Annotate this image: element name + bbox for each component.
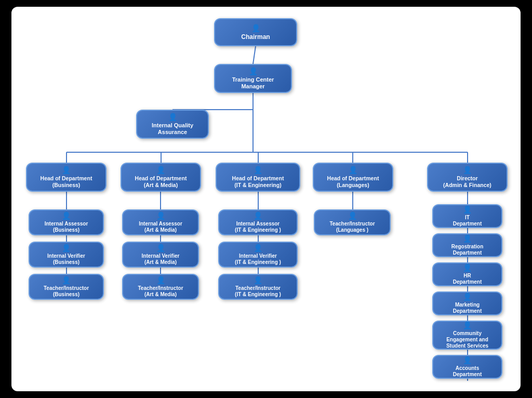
node-hod-it[interactable]: 👤 Head of Department(IT & Engineering)	[216, 163, 300, 192]
ia-it-icon: 👤	[254, 211, 262, 220]
node-it-dept[interactable]: 👤 ITDepartment	[432, 204, 502, 228]
ti-art-label: Teacher/Instructor(Art & Media)	[138, 285, 183, 298]
node-ia-bus[interactable]: 👤 Internal Assessor(Business)	[29, 209, 104, 235]
it-dept-icon: 👤	[463, 205, 472, 214]
node-iv-bus[interactable]: 👤 Internal Verifier(Business)	[29, 242, 104, 268]
hod-it-label: Head of Department(IT & Engineering)	[232, 175, 284, 188]
node-ti-bus[interactable]: 👤 Teacher/Instructor(Business)	[29, 274, 104, 300]
chairman-icon: 👤	[251, 24, 260, 32]
node-iv-art[interactable]: 👤 Internal Verifier(Art & Media)	[122, 242, 199, 268]
mkt-dept-icon: 👤	[463, 293, 472, 301]
iv-it-label: Internal Verifier(IT & Engineering )	[235, 253, 281, 266]
iv-it-icon: 👤	[254, 244, 262, 252]
comm-dept-label: CommunityEngagement andStudent Services	[446, 330, 488, 349]
node-reg-dept[interactable]: 👤 RegostrationDepartment	[432, 233, 502, 257]
node-comm-dept[interactable]: 👤 CommunityEngagement andStudent Service…	[432, 321, 502, 350]
hod-it-icon: 👤	[254, 166, 262, 174]
node-ia-it[interactable]: 👤 Internal Assessor(IT & Engineering )	[218, 209, 298, 235]
node-iqa[interactable]: 👤 Internal QualityAssurance	[136, 110, 209, 139]
node-acc-dept[interactable]: 👤 AccountsDepartment	[432, 355, 502, 379]
mkt-dept-label: MarketingDepartment	[453, 302, 482, 314]
ia-art-label: Internal Assessor(Art & Media)	[139, 221, 182, 233]
reg-dept-icon: 👤	[463, 234, 472, 243]
node-tcm[interactable]: 👤 Training CenterManager	[214, 64, 292, 93]
node-iv-it[interactable]: 👤 Internal Verifier(IT & Engineering )	[218, 242, 298, 268]
reg-dept-label: RegostrationDepartment	[451, 244, 484, 256]
it-dept-label: ITDepartment	[453, 215, 482, 227]
dir-admin-icon: 👤	[463, 166, 472, 174]
chart-container: 👤 Chairman 👤 Training CenterManager 👤 In…	[11, 7, 521, 391]
node-mkt-dept[interactable]: 👤 MarketingDepartment	[432, 291, 502, 315]
hod-business-icon: 👤	[62, 166, 71, 174]
node-hod-lang[interactable]: 👤 Head of Department(Languages)	[313, 163, 393, 192]
ia-bus-label: Internal Assessor(Business)	[45, 221, 88, 233]
acc-dept-label: AccountsDepartment	[453, 365, 482, 378]
iv-bus-icon: 👤	[62, 244, 71, 252]
hr-dept-label: HRDepartment	[453, 273, 482, 285]
ti-bus-label: Teacher/Instructor(Business)	[44, 285, 89, 298]
acc-dept-icon: 👤	[463, 356, 472, 364]
ti-lang-icon: 👤	[348, 211, 357, 220]
node-hr-dept[interactable]: 👤 HRDepartment	[432, 262, 502, 286]
ti-bus-icon: 👤	[62, 276, 71, 284]
node-ia-art[interactable]: 👤 Internal Assessor(Art & Media)	[122, 209, 199, 235]
iqa-label: Internal QualityAssurance	[152, 122, 193, 136]
node-ti-it[interactable]: 👤 Teacher/Instructor(IT & Engineering )	[218, 274, 298, 300]
hod-business-label: Head of Department(Business)	[41, 175, 92, 188]
nodes-container: 👤 Chairman 👤 Training CenterManager 👤 In…	[11, 7, 521, 391]
node-ti-lang[interactable]: 👤 Teacher/Instructor(Languages )	[314, 209, 391, 235]
ti-art-icon: 👤	[156, 276, 165, 284]
node-ti-art[interactable]: 👤 Teacher/Instructor(Art & Media)	[122, 274, 199, 300]
iv-art-label: Internal Verifier(Art & Media)	[142, 253, 180, 266]
ia-bus-icon: 👤	[62, 211, 71, 220]
ti-it-label: Teacher/Instructor(IT & Engineering )	[235, 285, 281, 298]
hr-dept-icon: 👤	[463, 263, 472, 272]
hod-artmedia-label: Head of Department(Art & Media)	[135, 175, 187, 188]
ia-it-label: Internal Assessor(IT & Engineering )	[235, 221, 281, 233]
node-chairman[interactable]: 👤 Chairman	[214, 18, 297, 46]
iv-art-icon: 👤	[156, 244, 165, 252]
iv-bus-label: Internal Verifier(Business)	[47, 253, 85, 266]
chairman-label: Chairman	[241, 33, 270, 41]
comm-dept-icon: 👤	[463, 321, 472, 329]
node-hod-business[interactable]: 👤 Head of Department(Business)	[26, 163, 107, 192]
hod-lang-icon: 👤	[349, 166, 357, 174]
dir-admin-label: Director(Admin & Finance)	[443, 175, 491, 188]
tcm-label: Training CenterManager	[232, 76, 274, 90]
hod-artmedia-icon: 👤	[156, 166, 165, 174]
node-dir-admin[interactable]: 👤 Director(Admin & Finance)	[427, 163, 508, 192]
ia-art-icon: 👤	[156, 211, 165, 220]
ti-lang-label: Teacher/Instructor(Languages )	[329, 221, 375, 233]
tcm-icon: 👤	[249, 67, 258, 75]
hod-lang-label: Head of Department(Languages)	[327, 175, 379, 188]
ti-it-icon: 👤	[254, 276, 262, 284]
node-hod-artmedia[interactable]: 👤 Head of Department(Art & Media)	[121, 163, 201, 192]
iqa-icon: 👤	[168, 113, 177, 121]
